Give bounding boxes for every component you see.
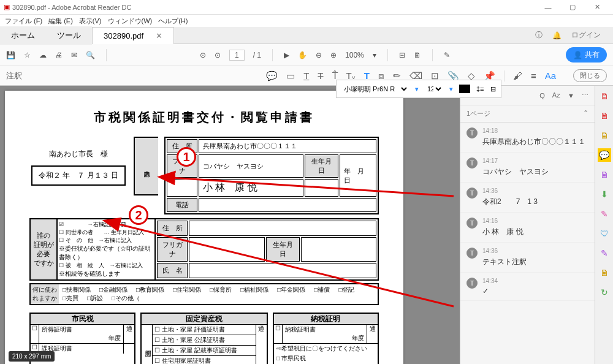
menu-help[interactable]: ヘルプ(H) <box>158 17 188 26</box>
mayor-text: 南あわじ市長 様 <box>29 149 128 159</box>
comment-time: 14:36 <box>482 248 588 254</box>
rt-protect-icon[interactable]: 🛡 <box>598 227 611 240</box>
sign-icon[interactable]: ✎ <box>444 51 450 59</box>
collapse-icon[interactable]: ⌃ <box>583 109 588 118</box>
rt-create-icon[interactable]: 🗎 <box>598 109 611 123</box>
rt-organize-icon[interactable]: 🗎 <box>598 168 611 181</box>
mail-icon[interactable]: ✉ <box>71 51 77 59</box>
options-icon[interactable]: ⊟ <box>490 85 496 93</box>
comment-text: コバヤシ ヤスヨシ <box>482 167 588 177</box>
annotation-badge-2: 2 <box>129 205 148 225</box>
bell-icon[interactable]: 🔔 <box>552 31 562 40</box>
lines-icon[interactable]: ≡ <box>531 70 536 81</box>
page-down-icon[interactable]: ⊙ <box>215 51 221 59</box>
comment-time: 14:18 <box>482 127 588 134</box>
search-comments-icon[interactable]: Q <box>539 92 545 99</box>
comment-icon: T <box>466 248 478 259</box>
minimize-button[interactable]: — <box>536 4 560 11</box>
tab-tool[interactable]: ツール <box>46 26 92 45</box>
star-icon[interactable]: ☆ <box>24 51 31 59</box>
comment-icon: T <box>466 218 478 229</box>
highlight-icon[interactable]: ▭ <box>286 70 295 82</box>
comment-text: ✓ <box>482 287 588 295</box>
rt-more-icon[interactable]: 🗎 <box>598 266 611 279</box>
rt-compress-icon[interactable]: ⬇ <box>598 188 611 201</box>
rt-redact-icon[interactable]: ✎ <box>598 207 611 221</box>
menu-view[interactable]: 表示(V) <box>79 17 102 26</box>
who-label: 誰の 証明が 必要 ですか <box>29 218 58 281</box>
login-button[interactable]: ログイン <box>571 30 601 40</box>
rt-fill-icon[interactable]: ✎ <box>598 246 611 260</box>
zoom-level[interactable]: 100% <box>345 51 364 59</box>
hand-icon[interactable]: ✋ <box>298 51 307 59</box>
more-icon[interactable]: ⋯ <box>582 91 588 99</box>
annotation-badge-1: 1 <box>177 147 196 167</box>
comment-page-label: 1ページ <box>466 109 490 118</box>
help-icon[interactable]: ⓘ <box>535 30 543 40</box>
fit-icon[interactable]: ⊟ <box>399 51 405 59</box>
tab-close-icon[interactable]: ✕ <box>156 31 162 40</box>
menu-edit[interactable]: 編集 (E) <box>48 17 73 26</box>
fontsize-select[interactable]: 12 <box>425 85 443 93</box>
comment-label: 注釈 <box>6 70 22 82</box>
save-icon[interactable]: 💾 <box>6 51 15 59</box>
comment-time: 14:16 <box>482 218 588 224</box>
menu-file[interactable]: ファイル (F) <box>5 17 42 26</box>
tabbar: ホーム ツール 302890.pdf ✕ ⓘ 🔔 ログイン <box>0 27 613 44</box>
tab-home[interactable]: ホーム <box>0 26 46 45</box>
page-total: / 1 <box>253 51 261 59</box>
font-toolbar: 小塚明朝 Pr6N R▾ 12▾ ‡≡ ⊟ <box>336 80 501 98</box>
print-icon[interactable]: 🖨 <box>55 51 63 59</box>
rt-convert-icon[interactable]: ↻ <box>598 286 611 299</box>
comment-item[interactable]: T14:16小 林 康 悦 <box>460 213 595 243</box>
zoomin-icon[interactable]: ⊕ <box>330 51 337 59</box>
comment-pane: Q Aᴢ ▼ ⋯ 1ページ⌃ T14:18兵庫県南あわじ市〇〇〇１１１T14:1… <box>460 86 595 364</box>
comment-icon: T <box>466 157 478 169</box>
rt-comment-icon[interactable]: 💬 <box>598 148 611 162</box>
comment-text: テキスト注釈 <box>482 257 588 267</box>
comment-time: 14:17 <box>482 157 588 164</box>
note-icon[interactable]: 💬 <box>266 70 278 82</box>
right-tool-rail: 🗎 🗎 🗎 💬 🗎 ⬇ ✎ 🛡 ✎ 🗎 ↻ <box>595 86 613 364</box>
close-panel-button[interactable]: 閉じる <box>573 69 607 82</box>
search-icon[interactable]: 🔍 <box>86 51 95 59</box>
sort-icon[interactable]: Aᴢ <box>552 91 560 99</box>
page-up-icon[interactable]: ⊙ <box>200 51 206 59</box>
font-select[interactable]: 小塚明朝 Pr6N R <box>341 85 409 93</box>
share-button[interactable]: 👤共有 <box>566 47 607 63</box>
filter-icon[interactable]: ▼ <box>568 92 574 99</box>
rt-export-icon[interactable]: 🗎 <box>598 89 611 103</box>
comment-item[interactable]: T14:17コバヤシ ヤスヨシ <box>460 153 595 183</box>
close-button[interactable]: ✕ <box>585 3 609 11</box>
rt-edit-icon[interactable]: 🗎 <box>598 129 611 142</box>
color-swatch[interactable] <box>459 85 470 93</box>
pointer-icon[interactable]: ▶ <box>284 51 289 59</box>
underline-icon[interactable]: T <box>303 70 309 81</box>
comment-item[interactable]: T14:34✓ <box>460 273 595 301</box>
linespacing-icon[interactable]: ‡≡ <box>476 85 484 93</box>
comment-time: 14:34 <box>482 278 588 284</box>
maximize-button[interactable]: ▢ <box>560 3 585 11</box>
page-icon[interactable]: 🗎 <box>414 51 421 59</box>
tab-document[interactable]: 302890.pdf ✕ <box>92 27 174 44</box>
strikethrough-icon[interactable]: T <box>318 70 323 81</box>
aa-icon[interactable]: Aa <box>545 70 556 81</box>
comment-text: 令和2 7 1 3 <box>482 197 588 207</box>
subject-table: 住 所 フリガナ生年月日 氏 名 <box>156 218 379 281</box>
document-view[interactable]: 市税関係証明書交付・閲覧申請書 南あわじ市長 様 令和２ 年 ７ 月１３ 日 申… <box>0 86 460 364</box>
document-page: 市税関係証明書交付・閲覧申請書 南あわじ市長 様 令和２ 年 ７ 月１３ 日 申… <box>5 91 403 364</box>
page-number[interactable]: 1 <box>229 50 245 61</box>
comment-item[interactable]: T14:18兵庫県南あわじ市〇〇〇１１１ <box>460 123 595 153</box>
cloud-icon[interactable]: ☁ <box>39 51 47 59</box>
status-bar: 210 x 297 mm <box>9 351 55 362</box>
zoomout-icon[interactable]: ⊖ <box>316 51 322 59</box>
brush-icon[interactable]: 🖌 <box>513 70 522 81</box>
comment-text: 小 林 康 悦 <box>482 227 588 237</box>
app-icon: ▣ <box>4 3 10 11</box>
date-box: 令和２ 年 ７ 月１３ 日 <box>31 165 126 186</box>
comment-item[interactable]: T14:36テキスト注釈 <box>460 243 595 273</box>
menu-window[interactable]: ウィンドウ(W) <box>108 17 153 26</box>
main-toolbar: 💾 ☆ ☁ 🖨 ✉ 🔍 ⊙ ⊙ 1 / 1 ▶ ✋ ⊖ ⊕ 100%▾ ⊟ 🗎 … <box>0 44 613 66</box>
tab-document-label: 302890.pdf <box>104 31 143 40</box>
comment-item[interactable]: T14:36令和2 7 1 3 <box>460 183 595 213</box>
